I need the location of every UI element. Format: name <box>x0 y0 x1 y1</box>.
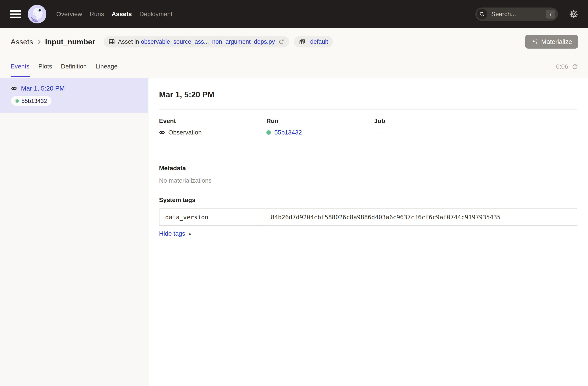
tab-events[interactable]: Events <box>11 63 30 77</box>
menu-button[interactable] <box>10 10 21 18</box>
run-column-label: Run <box>266 118 374 124</box>
table-grid-icon <box>108 39 115 45</box>
run-id-badge[interactable]: 55b13432 <box>11 96 51 106</box>
hamburger-icon <box>10 10 21 12</box>
caret-up-icon: ▲ <box>188 231 192 236</box>
materialize-button-label: Materialize <box>541 38 572 45</box>
event-detail-panel: Mar 1, 5:20 PM Event Observation Run <box>148 78 588 386</box>
asset-definition-tag: Asset in observable_source_ass..._non_ar… <box>104 36 289 47</box>
nav-item-runs[interactable]: Runs <box>86 11 108 18</box>
refresh-timer: 0:06 <box>556 63 579 70</box>
refresh-icon[interactable] <box>572 63 578 70</box>
system-tags-heading: System tags <box>159 197 577 203</box>
job-column: Job — <box>374 118 577 136</box>
run-column: Run 55b13432 <box>266 118 374 136</box>
run-status-dot <box>266 130 271 135</box>
code-location-icon <box>299 39 305 45</box>
gear-icon <box>569 10 578 18</box>
event-detail-title: Mar 1, 5:20 PM <box>159 90 577 99</box>
eye-icon <box>11 85 18 92</box>
run-id-link[interactable]: 55b13432 <box>274 129 302 136</box>
dagster-octopus-logo-icon[interactable] <box>27 4 47 24</box>
event-column-label: Event <box>159 118 266 124</box>
breadcrumb: Assets input_number Asset in observable_… <box>11 34 578 49</box>
asset-definition-file-link[interactable]: observable_source_ass..._non_argument_de… <box>141 39 275 45</box>
search-icon <box>477 9 487 20</box>
metadata-heading: Metadata <box>159 165 577 172</box>
page-header: Assets input_number Asset in observable_… <box>0 28 588 78</box>
breadcrumb-assets-link[interactable]: Assets <box>11 38 33 46</box>
metadata-empty-text: No materializations <box>159 177 577 184</box>
chevron-right-icon <box>36 39 42 45</box>
event-type-value: Observation <box>168 129 202 136</box>
app-root: Overview Runs Assets Deployment / <box>0 0 588 386</box>
tab-definition[interactable]: Definition <box>61 63 87 77</box>
divider <box>159 109 577 110</box>
nav-item-overview[interactable]: Overview <box>53 11 86 18</box>
global-search[interactable]: / <box>475 7 558 21</box>
search-shortcut-badge: / <box>546 10 555 19</box>
nav-item-deployment[interactable]: Deployment <box>136 11 176 18</box>
search-input[interactable] <box>491 11 546 18</box>
eye-icon <box>159 129 165 136</box>
system-tag-value: 84b26d7d9204cbf588026c8a9886d403a6c9637c… <box>265 209 577 225</box>
asset-tabs: Events Plots Definition Lineage 0:06 <box>11 63 578 77</box>
job-empty-value: — <box>374 129 380 136</box>
hide-tags-label: Hide tags <box>159 230 185 237</box>
event-timestamp-link[interactable]: Mar 1, 5:20 PM <box>21 85 65 92</box>
event-list-item[interactable]: Mar 1, 5:20 PM 55b13432 <box>0 78 148 113</box>
asset-tag-prefix: Asset in <box>118 39 139 45</box>
system-tag-key: data_version <box>160 209 265 225</box>
refresh-countdown: 0:06 <box>556 63 568 70</box>
materialize-button[interactable]: Materialize <box>525 35 578 49</box>
tab-plots[interactable]: Plots <box>39 63 52 77</box>
divider <box>159 152 577 152</box>
run-status-dot <box>16 99 19 103</box>
reload-definition-icon[interactable] <box>278 39 284 45</box>
content-area: Mar 1, 5:20 PM 55b13432 Mar 1, 5:20 PM E… <box>0 78 588 386</box>
event-summary-columns: Event Observation Run 55b13432 <box>159 118 577 136</box>
code-location-tag: default <box>294 36 333 47</box>
code-location-link[interactable]: default <box>310 39 328 45</box>
settings-button[interactable] <box>569 10 578 18</box>
page-title: input_number <box>45 38 95 46</box>
nav-item-assets[interactable]: Assets <box>108 11 136 18</box>
system-tags-table: data_version 84b26d7d9204cbf588026c8a988… <box>159 208 577 226</box>
tab-lineage[interactable]: Lineage <box>96 63 118 77</box>
run-id-badge-label: 55b13432 <box>21 98 47 104</box>
event-column: Event Observation <box>159 118 266 136</box>
hide-tags-link[interactable]: Hide tags ▲ <box>159 230 192 237</box>
sparkles-icon <box>531 38 538 45</box>
event-list-sidebar: Mar 1, 5:20 PM 55b13432 <box>0 78 148 386</box>
primary-nav: Overview Runs Assets Deployment <box>53 11 176 18</box>
top-nav: Overview Runs Assets Deployment / <box>0 0 588 28</box>
job-column-label: Job <box>374 118 577 124</box>
